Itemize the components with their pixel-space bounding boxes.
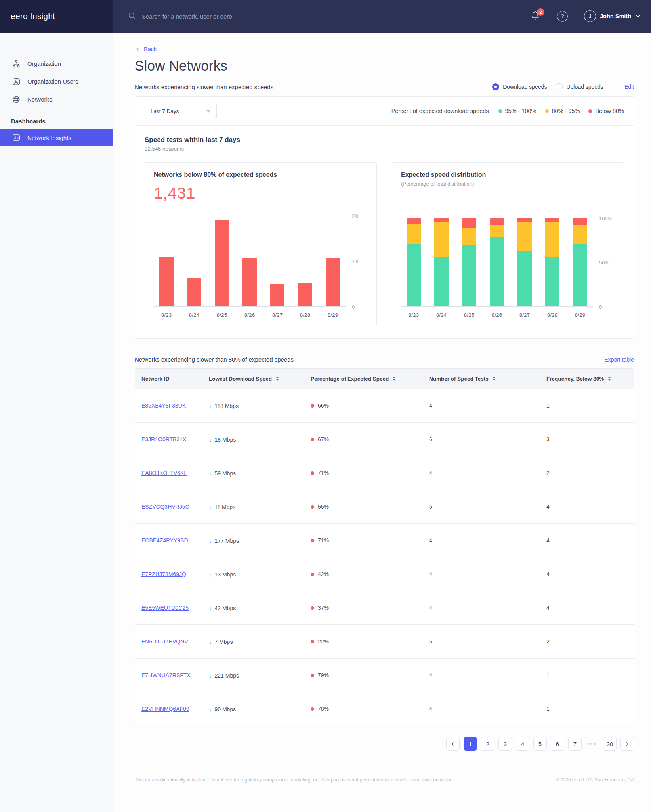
network-id-link[interactable]: ESZVGQ3HVRJ5C <box>141 504 189 510</box>
sort-icon[interactable] <box>393 377 396 381</box>
percentage-value: 71% <box>318 537 329 544</box>
x-axis-label: 8/23 <box>404 312 423 318</box>
pagination-page-1[interactable]: 1 <box>464 737 477 751</box>
radio-unselected-icon <box>556 83 563 90</box>
percentage-value: 37% <box>318 605 329 611</box>
table-row: E85XB4Y8F33UK↓118 Mbps66%41 <box>135 389 634 422</box>
charts-row: Networks below 80% of expected speeds 1,… <box>145 162 624 326</box>
stacked-bar-slot <box>515 218 534 306</box>
pagination-page-30[interactable]: 30 <box>603 737 617 751</box>
help-button[interactable]: ? <box>557 11 568 22</box>
bar-segment <box>490 218 504 225</box>
legend-item: 95% - 100% <box>498 108 536 114</box>
frequency-cell: 4 <box>546 605 634 611</box>
x-axis-label: 8/29 <box>571 312 590 318</box>
network-id-link[interactable]: E7PZUJ78M69JQ <box>141 571 186 577</box>
search-bar <box>113 0 531 33</box>
x-axis-label: 8/25 <box>460 312 479 318</box>
x-axis-label: 8/27 <box>268 312 287 318</box>
stacked-bar <box>434 218 449 306</box>
sort-icon[interactable] <box>493 377 496 381</box>
search-input[interactable] <box>142 13 308 20</box>
stacked-bar <box>517 218 532 306</box>
bar <box>159 257 174 306</box>
pagination-page-6[interactable]: 6 <box>551 737 564 751</box>
footer-disclaimer: This data is directionally indicative. D… <box>135 777 454 783</box>
below-80-dot-icon <box>311 573 314 576</box>
bar-segment <box>573 244 587 306</box>
column-header: Network ID <box>135 376 209 382</box>
network-id-link[interactable]: EN5D9LJZEVQNV <box>141 638 188 645</box>
pagination-page-3[interactable]: 3 <box>498 737 512 751</box>
percentage-value: 79% <box>318 672 329 678</box>
notifications-button[interactable]: 2 <box>531 11 541 21</box>
y-axis-tick: 100% <box>599 216 612 222</box>
network-id-link[interactable]: E7HWNUA7RSFTX <box>141 672 191 678</box>
download-arrow-icon: ↓ <box>209 571 212 578</box>
lowest-download-speed-cell: ↓221 Mbps <box>209 672 311 679</box>
bar-slot <box>240 258 259 306</box>
chart-expected-speed-distribution: Expected speed distribution (Percentage … <box>392 162 624 326</box>
sidebar-item-organization[interactable]: Organization <box>0 55 113 73</box>
sort-icon[interactable] <box>608 377 611 381</box>
sidebar-item-organization-users[interactable]: Organization Users <box>0 73 113 90</box>
upload-speeds-radio[interactable]: Upload speeds <box>556 83 603 90</box>
speed-value: 59 Mbps <box>215 470 236 477</box>
divider <box>614 83 614 90</box>
sidebar-item-label: Network Insights <box>27 134 71 141</box>
stacked-bar-slot <box>543 218 562 306</box>
bar-chart-icon <box>12 133 21 142</box>
bar-segment <box>545 222 559 257</box>
x-axis-label: 8/29 <box>323 312 342 318</box>
chart-subtitle: (Percentage of total distribution) <box>401 181 615 187</box>
network-id-cell: E3JR1O0RTB31X <box>135 436 209 442</box>
pagination-next-button[interactable] <box>620 737 634 751</box>
network-id-link[interactable]: E2VHNNMQ6AF09 <box>141 706 189 712</box>
network-id-cell: E5E5WEUTD0C25 <box>135 605 209 611</box>
speed-value: 42 Mbps <box>215 605 236 611</box>
percentage-cell: 71% <box>311 470 429 476</box>
network-id-link[interactable]: E85XB4Y8F33UK <box>141 402 186 409</box>
bar <box>326 258 340 306</box>
chevron-left-icon <box>135 46 140 52</box>
edit-link[interactable]: Edit <box>624 84 634 90</box>
below-80-dot-icon <box>311 404 314 408</box>
pagination-page-2[interactable]: 2 <box>481 737 494 751</box>
radio-label: Upload speeds <box>566 84 603 90</box>
network-id-link[interactable]: ECBE4Z4PYY9BD <box>141 537 188 544</box>
back-link[interactable]: Back <box>135 46 157 52</box>
user-icon <box>12 77 21 86</box>
lowest-download-speed-cell: ↓11 Mbps <box>209 504 311 510</box>
user-menu[interactable]: J John Smith <box>584 10 641 22</box>
pagination-page-7[interactable]: 7 <box>568 737 582 751</box>
network-id-cell: ECBE4Z4PYY9BD <box>135 537 209 544</box>
lowest-download-speed-cell: ↓59 Mbps <box>209 470 311 477</box>
download-arrow-icon: ↓ <box>209 470 212 477</box>
sidebar-item-networks[interactable]: Networks <box>0 90 113 108</box>
sort-icon[interactable] <box>276 377 279 381</box>
stacked-bar <box>573 218 587 306</box>
search-icon <box>128 11 136 21</box>
stacked-bar <box>490 218 504 306</box>
percentage-cell: 66% <box>311 402 429 409</box>
sidebar-item-network-insights[interactable]: Network Insights <box>0 129 113 146</box>
pagination-page-5[interactable]: 5 <box>533 737 547 751</box>
stacked-bar-slot <box>487 218 506 306</box>
network-id-link[interactable]: E3JR1O0RTB31X <box>141 436 186 442</box>
network-id-link[interactable]: E5E5WEUTD0C25 <box>141 605 189 611</box>
pagination-page-4[interactable]: 4 <box>516 737 529 751</box>
frequency-cell: 4 <box>546 571 634 577</box>
pagination-prev-button[interactable] <box>446 737 460 751</box>
export-table-link[interactable]: Export table <box>604 356 634 363</box>
percentage-cell: 78% <box>311 706 429 712</box>
topbar-divider <box>549 12 549 20</box>
avatar: J <box>584 10 596 22</box>
network-id-cell: ESZVGQ3HVRJ5C <box>135 504 209 510</box>
x-axis-label: 8/24 <box>432 312 451 318</box>
bar-segment <box>407 218 421 224</box>
date-range-dropdown[interactable]: Last 7 Days <box>145 103 217 119</box>
stacked-bar-slot <box>432 218 451 306</box>
download-speeds-radio[interactable]: Download speeds <box>492 83 547 90</box>
column-header: Frequency, Below 80% <box>546 376 634 382</box>
network-id-link[interactable]: EA8O3KOLTV6KL <box>141 470 187 476</box>
